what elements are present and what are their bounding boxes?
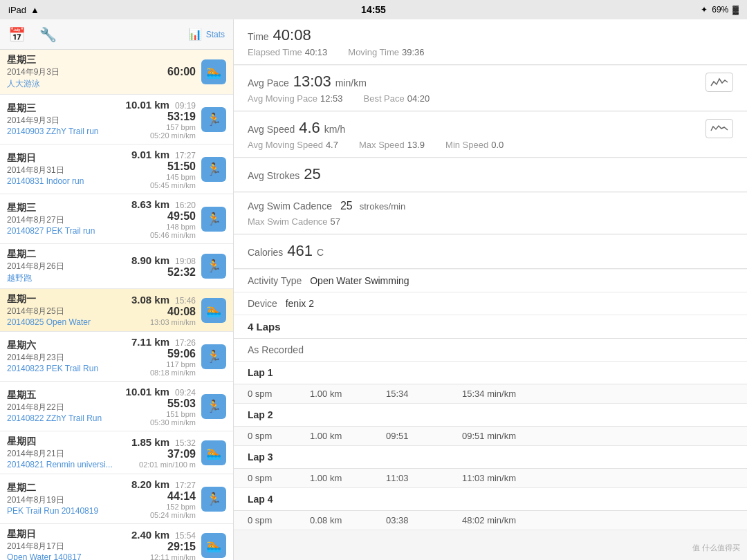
calendar-icon[interactable]: 📅 xyxy=(8,26,26,43)
list-item[interactable]: 星期六 2014年8月23日 20140823 PEK Trail Run 7.… xyxy=(0,332,233,382)
battery-text: 69% xyxy=(712,5,728,15)
list-item[interactable]: 星期二 2014年8月26日 越野跑 8.90 km 19:08 52:32 🏃 xyxy=(0,244,233,289)
activity-icon: 🏊 xyxy=(201,59,226,84)
activity-time-right: 16:20 xyxy=(175,200,196,210)
best-pace-value: 04:20 xyxy=(407,93,430,104)
activity-time-right: 15:54 xyxy=(175,531,196,541)
activity-stats: 8.90 km 19:08 52:32 xyxy=(131,254,196,279)
activity-info: 星期二 2014年8月19日 PEK Trail Run 20140819 xyxy=(7,482,126,516)
activity-time: 40:08 xyxy=(131,306,196,318)
ipad-label: iPad xyxy=(8,5,26,15)
activity-name: 20140831 Indoor run xyxy=(7,176,126,186)
activity-time: 29:15 xyxy=(131,541,196,553)
activity-hr: 117 bpm xyxy=(131,360,196,368)
activity-icon: 🏃 xyxy=(201,344,226,369)
status-left: iPad ▲ xyxy=(8,5,39,15)
pace-chart-icon[interactable] xyxy=(706,73,733,92)
stats-button[interactable]: 📊 Stats xyxy=(188,28,225,41)
activity-pace: 05:30 min/km xyxy=(126,418,196,427)
list-item[interactable]: 星期五 2014年8月22日 20140822 ZZhY Trail Run 1… xyxy=(0,382,233,431)
activity-date: 2014年8月19日 xyxy=(7,494,126,506)
activity-distance: 10.01 km xyxy=(126,386,169,398)
activity-info: 星期四 2014年8月21日 20140821 Renmin universi.… xyxy=(7,436,126,469)
activity-icon: 🏃 xyxy=(201,394,226,419)
activity-date: 2014年9月3日 xyxy=(7,66,162,78)
activity-day: 星期三 xyxy=(7,202,126,214)
activity-stats: 9.01 km 17:27 51:50 145 bpm 05:45 min/km xyxy=(131,149,196,189)
activity-stats: 7.11 km 17:26 59:06 117 bpm 08:18 min/km xyxy=(131,336,196,377)
activity-hr: 152 bpm xyxy=(131,503,196,511)
activity-stats: 10.01 km 09:19 53:19 157 bpm 05:20 min/k… xyxy=(126,99,196,140)
activity-distance: 1.85 km xyxy=(131,436,169,448)
activity-date: 2014年8月22日 xyxy=(7,402,120,413)
avg-swim-cadence-value: 25 xyxy=(340,200,353,212)
speed-sub-stats: Avg Moving Speed 4.7 Max Speed 13.9 Min … xyxy=(248,138,504,150)
list-item[interactable]: 星期三 2014年8月27日 20140827 PEK Trail run 8.… xyxy=(0,194,233,244)
activity-time-right: 17:27 xyxy=(175,480,196,490)
activity-stats: 2.40 km 15:54 29:15 12:11 min/km xyxy=(131,529,196,560)
activity-name: 20140903 ZZhY Trail run xyxy=(7,127,120,136)
activity-day: 星期二 xyxy=(7,482,126,494)
activity-distance: 8.20 km xyxy=(131,478,169,490)
activity-name: 20140821 Renmin universi... xyxy=(7,460,126,469)
lap-3-spm: 0 spm xyxy=(248,473,303,483)
activity-info: 星期三 2014年9月3日 人大游泳 xyxy=(7,54,162,90)
list-item[interactable]: 星期三 2014年9月3日 人大游泳 60:00 🏊 xyxy=(0,50,233,95)
activity-time: 60:00 xyxy=(167,66,196,78)
activity-pace: 13:03 min/km xyxy=(131,318,196,326)
activity-hr: 145 bpm xyxy=(131,173,196,181)
list-item[interactable]: 星期日 2014年8月17日 Open Water 140817 2.40 km… xyxy=(0,524,233,560)
activity-day: 星期三 xyxy=(7,54,162,66)
moving-time-value: 39:36 xyxy=(402,47,425,57)
avg-speed-value: 4.6 xyxy=(299,119,320,137)
max-speed-label: Max Speed xyxy=(359,140,405,150)
activity-stats: 8.20 km 17:27 44:14 152 bpm 05:24 min/km xyxy=(131,478,196,519)
activity-day: 星期一 xyxy=(7,293,126,306)
calories-label: Calories xyxy=(248,247,283,258)
activity-time-right: 09:19 xyxy=(175,101,196,111)
avg-moving-pace-value: 12:53 xyxy=(320,93,343,104)
best-pace-label: Best Pace xyxy=(363,93,404,104)
activity-time: 52:32 xyxy=(131,266,196,279)
activity-stats: 10.01 km 09:24 55:03 151 bpm 05:30 min/k… xyxy=(126,386,196,427)
list-item[interactable]: 星期三 2014年9月3日 20140903 ZZhY Trail run 10… xyxy=(0,95,233,144)
device-row: Device fenix 2 xyxy=(234,292,747,315)
activity-icon: 🏃 xyxy=(201,157,226,182)
list-item[interactable]: 星期二 2014年8月19日 PEK Trail Run 20140819 8.… xyxy=(0,474,233,524)
activity-pace: 05:45 min/km xyxy=(131,181,196,189)
activities-list[interactable]: 星期三 2014年9月3日 人大游泳 60:00 🏊 星期三 2014年9月3日… xyxy=(0,50,233,560)
time-sub-stats: Elapsed Time 40:13 Moving Time 39:36 xyxy=(248,46,733,57)
lap-4-spm: 0 spm xyxy=(248,515,303,525)
lap-1-spm: 0 spm xyxy=(248,389,303,399)
activity-time-right: 15:32 xyxy=(175,438,196,448)
list-item[interactable]: 星期一 2014年8月25日 20140825 Open Water 3.08 … xyxy=(0,289,233,332)
activity-time-right: 19:08 xyxy=(175,256,196,266)
avg-swim-cadence-unit: strokes/min xyxy=(360,201,405,212)
activity-pace: 02:01 min/100 m xyxy=(131,460,196,469)
activity-stats: 60:00 xyxy=(167,66,196,78)
list-item[interactable]: 星期日 2014年8月31日 20140831 Indoor run 9.01 … xyxy=(0,144,233,194)
min-speed-label: Min Speed xyxy=(445,140,488,150)
activity-time: 51:50 xyxy=(131,160,196,173)
max-speed-value: 13.9 xyxy=(407,140,425,150)
main-container: 📅 🔧 📊 Stats 星期三 2014年9月3日 人大游泳 60:00 xyxy=(0,19,747,560)
activity-pace: 12:11 min/km xyxy=(131,553,196,560)
list-item[interactable]: 星期四 2014年8月21日 20140821 Renmin universi.… xyxy=(0,431,233,474)
device-label: Device xyxy=(248,298,277,309)
activity-hr: 157 bpm xyxy=(126,123,196,131)
activity-distance: 7.11 km xyxy=(131,336,169,348)
lap-3-distance: 1.00 km xyxy=(310,473,379,483)
activity-date: 2014年9月3日 xyxy=(7,115,120,127)
activity-time-right: 17:26 xyxy=(175,338,196,348)
time-section: Time 40:08 Elapsed Time 40:13 Moving Tim… xyxy=(234,19,747,65)
activity-time: 53:19 xyxy=(126,111,196,123)
time-label: Time xyxy=(248,31,269,42)
lap-1-pace: 15:34 min/km xyxy=(462,389,566,399)
activity-time-right: 09:24 xyxy=(175,388,196,398)
activity-name: 20140825 Open Water xyxy=(7,317,126,327)
activity-info: 星期五 2014年8月22日 20140822 ZZhY Trail Run xyxy=(7,389,120,423)
avg-strokes-label: Avg Strokes xyxy=(248,170,299,181)
speed-chart-icon[interactable] xyxy=(706,119,733,138)
wrench-icon[interactable]: 🔧 xyxy=(39,26,57,43)
lap-2-row: 0 spm 1.00 km 09:51 09:51 min/km xyxy=(234,427,747,446)
